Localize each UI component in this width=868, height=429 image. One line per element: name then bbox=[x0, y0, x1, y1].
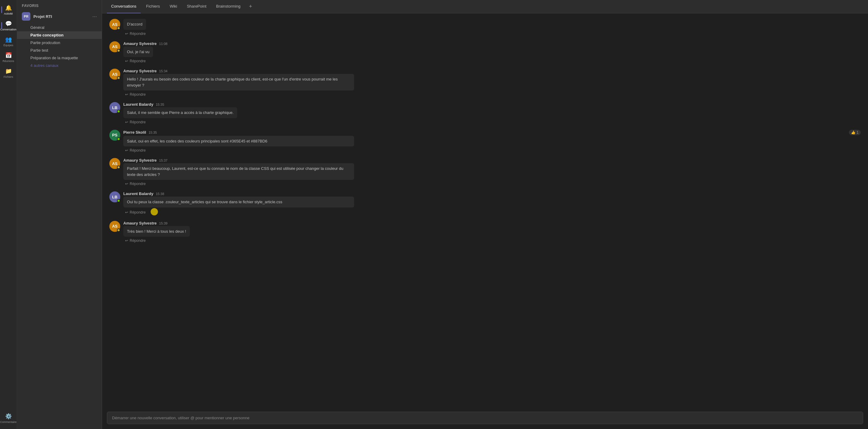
avatar: AS bbox=[109, 69, 120, 80]
message-author: Pierre Skolil bbox=[123, 130, 146, 134]
channel-list: Général Partie conception Partie prodcut… bbox=[17, 23, 102, 70]
message-author: Amaury Sylvestre bbox=[123, 221, 157, 225]
avatar-status bbox=[117, 110, 120, 113]
message-header: Amaury Sylvestre 15:37 bbox=[123, 158, 861, 162]
compose-input[interactable]: Démarrer une nouvelle conversation, util… bbox=[107, 412, 863, 424]
avatar: PS bbox=[109, 130, 120, 141]
nav-teams[interactable]: 👥 Équipes bbox=[1, 34, 16, 49]
message-time: 15:38 bbox=[156, 192, 164, 196]
apps-icon: ⚙️ bbox=[5, 413, 12, 420]
messages-area[interactable]: AS D'accord ↩ Répondre AS bbox=[102, 13, 868, 408]
team-more-button[interactable]: ··· bbox=[92, 13, 97, 20]
message-time: 15:39 bbox=[159, 221, 168, 225]
message-content: Laurent Balardy 15:35 Salut, il me sembl… bbox=[123, 102, 861, 125]
compose-area: Démarrer une nouvelle conversation, util… bbox=[102, 408, 868, 429]
reply-button-5[interactable]: ↩ Répondre bbox=[123, 181, 148, 187]
table-row: PS Pierre Skolil 15:35 👍 1 Salut, oui en… bbox=[107, 128, 863, 155]
reply-button-3[interactable]: ↩ Répondre bbox=[123, 119, 148, 125]
message-bubble: Oui tu peux la classe .couleur_texte_art… bbox=[123, 196, 354, 208]
channel-conception[interactable]: Partie conception bbox=[17, 31, 102, 39]
tab-bar: Conversations Fichiers Wiki SharePoint B… bbox=[102, 0, 868, 13]
files-icon: 📁 bbox=[5, 68, 12, 74]
channel-maquette[interactable]: Préparation de la maquette bbox=[17, 54, 102, 62]
channel-production[interactable]: Partie prodcution bbox=[17, 39, 102, 47]
conversation-icon: 💬 bbox=[5, 20, 12, 27]
table-row: AS Amaury Sylvestre 15:37 Parfait ! Merc… bbox=[107, 156, 863, 188]
teams-icon: 👥 bbox=[5, 36, 12, 43]
message-time: 15:35 bbox=[149, 131, 157, 134]
add-tab-button[interactable]: + bbox=[246, 2, 255, 11]
nav-files[interactable]: 📁 Fichiers bbox=[1, 66, 16, 80]
nav-apps[interactable]: ⚙️ Commentaire bbox=[1, 411, 16, 425]
nav-conversation[interactable]: 💬 Conversation bbox=[1, 18, 16, 33]
avatar-status bbox=[117, 199, 120, 202]
main-content: Conversations Fichiers Wiki SharePoint B… bbox=[102, 0, 868, 429]
reply-button-0[interactable]: ↩ Répondre bbox=[123, 31, 148, 36]
message-content: D'accord ↩ Répondre bbox=[123, 19, 861, 36]
message-header: Pierre Skolil 15:35 👍 1 bbox=[123, 130, 861, 135]
nav-activity[interactable]: 🔔 Activité bbox=[1, 2, 16, 17]
avatar-status bbox=[117, 165, 120, 169]
activity-icon: 🔔 bbox=[5, 5, 12, 11]
sidebar-header: Favoris bbox=[17, 0, 102, 10]
reply-button-7[interactable]: ↩ Répondre bbox=[123, 238, 148, 243]
avatar: AS bbox=[109, 19, 120, 30]
tab-brainstorming[interactable]: Brainstorming bbox=[212, 0, 245, 13]
message-bubble: Salut, oui en effet, les codes des coule… bbox=[123, 136, 354, 147]
like-badge: 👍 1 bbox=[849, 130, 861, 135]
message-bubble: D'accord bbox=[123, 19, 146, 30]
message-content: Amaury Sylvestre 15:39 Très bien ! Merci… bbox=[123, 221, 861, 244]
message-text: Hello ! J'aurais eu besoin des codes cou… bbox=[127, 77, 338, 88]
nav-calendar[interactable]: 📅 Réunions bbox=[1, 50, 16, 64]
message-header: Amaury Sylvestre 15:39 bbox=[123, 221, 861, 225]
message-time: 15:37 bbox=[159, 159, 168, 162]
team-item[interactable]: PR Projet RTI ··· bbox=[17, 10, 102, 23]
message-author: Laurent Balardy bbox=[123, 102, 153, 106]
compose-placeholder: Démarrer une nouvelle conversation, util… bbox=[112, 416, 250, 420]
message-content: Pierre Skolil 15:35 👍 1 Salut, oui en ef… bbox=[123, 130, 861, 153]
team-avatar: PR bbox=[22, 12, 30, 21]
message-content: Laurent Balardy 15:38 Oui tu peux la cla… bbox=[123, 191, 861, 216]
channel-general[interactable]: Général bbox=[17, 24, 102, 31]
calendar-icon: 📅 bbox=[5, 52, 12, 59]
message-bubble: Oui, je l'ai vu bbox=[123, 47, 153, 57]
activity-label: Activité bbox=[4, 12, 13, 15]
message-header: Amaury Sylvestre 15:34 bbox=[123, 69, 861, 73]
apps-label: Commentaire bbox=[0, 421, 17, 424]
table-row: LB Laurent Balardy 15:35 Salut, il me se… bbox=[107, 100, 863, 127]
message-bubble: Parfait ! Merci beaucoup, Laurent, est-c… bbox=[123, 163, 354, 180]
message-time: 15:34 bbox=[159, 69, 168, 73]
message-bubble: Salut, il me semble que Pierre a accès à… bbox=[123, 107, 237, 118]
team-name: Projet RTI bbox=[33, 14, 89, 19]
channel-test[interactable]: Partie test bbox=[17, 47, 102, 54]
avatar-status bbox=[117, 76, 120, 80]
avatar: AS bbox=[109, 221, 120, 232]
message-author: Amaury Sylvestre bbox=[123, 41, 157, 46]
avatar-status bbox=[117, 137, 120, 141]
message-bubble: Hello ! J'aurais eu besoin des codes cou… bbox=[123, 74, 354, 91]
message-text: Parfait ! Merci beaucoup, Laurent, est-c… bbox=[127, 166, 343, 177]
avatar-status bbox=[117, 26, 120, 30]
tab-conversations[interactable]: Conversations bbox=[107, 0, 141, 13]
message-header: Laurent Balardy 15:35 bbox=[123, 102, 861, 106]
reply-button-1[interactable]: ↩ Répondre bbox=[123, 58, 148, 64]
table-row: LB Laurent Balardy 15:38 Oui tu peux la … bbox=[107, 190, 863, 218]
icon-rail-bottom: ⚙️ Commentaire bbox=[1, 411, 16, 429]
reply-button-2[interactable]: ↩ Répondre bbox=[123, 92, 148, 97]
avatar: LB bbox=[109, 102, 120, 113]
message-text: Oui tu peux la classe .couleur_texte_art… bbox=[127, 200, 282, 204]
tab-fichiers[interactable]: Fichiers bbox=[142, 0, 164, 13]
files-label: Fichiers bbox=[4, 75, 13, 79]
teams-label: Équipes bbox=[3, 44, 13, 47]
table-row: AS Amaury Sylvestre 11:08 Oui, je l'ai v… bbox=[107, 39, 863, 66]
more-channels-link[interactable]: 4 autres canaux bbox=[17, 62, 102, 69]
reply-button-4[interactable]: ↩ Répondre bbox=[123, 148, 148, 153]
message-text: Salut, oui en effet, les codes des coule… bbox=[127, 139, 267, 144]
avatar: LB bbox=[109, 191, 120, 202]
tab-sharepoint[interactable]: SharePoint bbox=[183, 0, 211, 13]
tab-wiki[interactable]: Wiki bbox=[165, 0, 182, 13]
avatar-status bbox=[117, 228, 120, 232]
reply-button-6[interactable]: ↩ Répondre bbox=[123, 210, 148, 215]
avatar-status bbox=[117, 49, 120, 52]
message-author: Amaury Sylvestre bbox=[123, 69, 157, 73]
